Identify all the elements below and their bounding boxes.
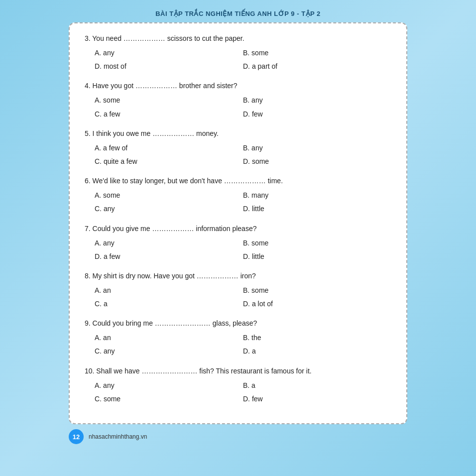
option-4-1[interactable]: B. any xyxy=(243,94,391,107)
option-9-3[interactable]: D. a xyxy=(243,345,391,357)
question-text-4: 4. Have you got ……………… brother and siste… xyxy=(85,81,391,91)
question-text-5: 5. I think you owe me ……………… money. xyxy=(85,128,391,139)
option-5-0[interactable]: A. a few of xyxy=(95,142,243,154)
option-10-0[interactable]: A. any xyxy=(95,379,243,392)
option-6-3[interactable]: D. little xyxy=(243,203,391,215)
question-4: 4. Have you got ……………… brother and siste… xyxy=(85,81,391,120)
option-4-0[interactable]: A. some xyxy=(95,94,243,107)
option-7-0[interactable]: A. any xyxy=(95,237,243,249)
question-text-8: 8. My shirt is dry now. Have you got ………… xyxy=(85,271,391,281)
option-10-2[interactable]: C. some xyxy=(95,393,243,405)
option-5-1[interactable]: B. any xyxy=(243,142,391,154)
option-8-1[interactable]: B. some xyxy=(243,284,391,297)
option-9-1[interactable]: B. the xyxy=(243,332,391,344)
content-box: 3. You need ……………… scissors to cut the p… xyxy=(69,22,407,424)
question-7: 7. Could you give me ……………… information … xyxy=(85,224,391,263)
option-3-2[interactable]: D. most of xyxy=(95,60,243,73)
option-8-0[interactable]: A. an xyxy=(95,284,243,297)
option-3-0[interactable]: A. any xyxy=(95,47,243,59)
page-number: 12 xyxy=(69,429,84,444)
question-10: 10. Shall we have …………………… fish? This re… xyxy=(85,366,391,405)
option-5-2[interactable]: C. quite a few xyxy=(95,155,243,168)
website: nhasachminhthang.vn xyxy=(89,433,147,440)
option-4-3[interactable]: D. few xyxy=(243,108,391,120)
option-10-3[interactable]: D. few xyxy=(243,393,391,405)
question-text-6: 6. We'd like to stay longer, but we don'… xyxy=(85,176,391,186)
question-8: 8. My shirt is dry now. Have you got ………… xyxy=(85,271,391,310)
question-text-7: 7. Could you give me ……………… information … xyxy=(85,224,391,234)
option-3-1[interactable]: B. some xyxy=(243,47,391,59)
question-text-10: 10. Shall we have …………………… fish? This re… xyxy=(85,366,391,376)
question-text-9: 9. Could you bring me …………………… glass, pl… xyxy=(85,318,391,329)
option-8-2[interactable]: C. a xyxy=(95,298,243,310)
option-7-1[interactable]: B. some xyxy=(243,237,391,249)
option-3-3[interactable]: D. a part of xyxy=(243,60,391,73)
option-5-3[interactable]: D. some xyxy=(243,155,391,168)
question-text-3: 3. You need ……………… scissors to cut the p… xyxy=(85,33,391,44)
option-10-1[interactable]: B. a xyxy=(243,379,391,392)
question-9: 9. Could you bring me …………………… glass, pl… xyxy=(85,318,391,357)
option-6-0[interactable]: A. some xyxy=(95,189,243,202)
question-6: 6. We'd like to stay longer, but we don'… xyxy=(85,176,391,215)
page-title: BÀI TẬP TRẮC NGHIỆM TIẾNG ANH LỚP 9 - TẬ… xyxy=(155,10,321,17)
option-8-3[interactable]: D. a lot of xyxy=(243,298,391,310)
option-6-1[interactable]: B. many xyxy=(243,189,391,202)
option-6-2[interactable]: C. any xyxy=(95,203,243,215)
option-4-2[interactable]: C. a few xyxy=(95,108,243,120)
option-9-2[interactable]: C. any xyxy=(95,345,243,357)
option-7-3[interactable]: D. little xyxy=(243,250,391,263)
question-5: 5. I think you owe me ……………… money.A. a … xyxy=(85,128,391,168)
option-9-0[interactable]: A. an xyxy=(95,332,243,344)
question-3: 3. You need ……………… scissors to cut the p… xyxy=(85,33,391,73)
option-7-2[interactable]: D. a few xyxy=(95,250,243,263)
